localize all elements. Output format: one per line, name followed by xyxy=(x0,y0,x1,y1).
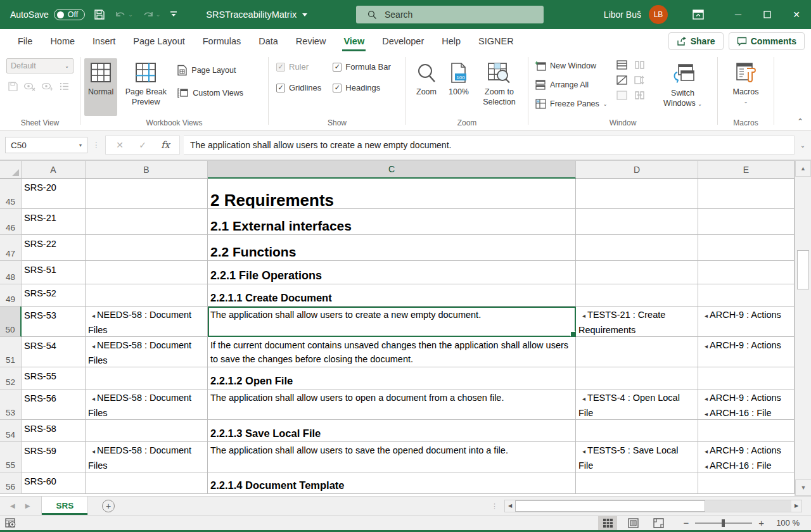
grid-cell-id[interactable]: SRS-20 xyxy=(22,179,86,209)
view-side-by-side-icon[interactable] xyxy=(634,60,646,70)
expand-formula-bar-icon[interactable]: ⌄ xyxy=(795,142,811,149)
vertical-scroll-thumb[interactable] xyxy=(797,250,809,289)
grid-cell-description[interactable]: 2.2.1.2 Open File xyxy=(208,367,576,390)
close-button[interactable]: ✕ xyxy=(782,0,811,29)
vertical-scrollbar[interactable]: ▲ ▼ xyxy=(795,160,811,496)
page-layout-view-button[interactable]: Page Layout xyxy=(174,63,246,77)
zoom-level[interactable]: 100 % xyxy=(770,518,800,528)
headings-checkbox[interactable]: ✓ Headings xyxy=(333,83,391,92)
customize-quick-access-icon[interactable] xyxy=(169,11,178,18)
cancel-entry-icon[interactable]: ✕ xyxy=(108,140,131,150)
grid-cell-description[interactable]: 2.2.1.4 Document Template xyxy=(208,472,576,494)
grid-cell-description[interactable]: 2.2.1.3 Save Local File xyxy=(208,420,576,442)
scroll-left-icon[interactable]: ◀ xyxy=(505,500,515,512)
zoom-out-icon[interactable]: − xyxy=(683,517,689,528)
grid-cell[interactable] xyxy=(698,472,795,494)
save-icon[interactable] xyxy=(94,9,105,20)
exit-sheet-view-icon[interactable] xyxy=(23,81,36,92)
tab-home[interactable]: Home xyxy=(41,29,84,53)
sheet-tab-srs[interactable]: SRS xyxy=(41,497,88,515)
grid-cell-id[interactable]: SRS-21 xyxy=(22,209,86,235)
grid-cell[interactable] xyxy=(86,472,208,494)
hide-window-icon[interactable] xyxy=(616,75,627,85)
sheet-view-dropdown[interactable]: Default ⌄ xyxy=(6,58,73,73)
horizontal-scrollbar[interactable]: ◀ ▶ xyxy=(504,500,802,512)
select-all-corner[interactable] xyxy=(0,161,22,179)
column-header-a[interactable]: A xyxy=(22,161,86,179)
comments-button[interactable]: Comments xyxy=(729,32,805,50)
macros-button[interactable]: Macros ⌄ xyxy=(729,58,763,116)
user-name[interactable]: Libor Buš xyxy=(604,10,641,20)
tab-file[interactable]: File xyxy=(9,29,41,53)
grid-cell-id[interactable]: SRS-55 xyxy=(22,367,86,390)
scroll-right-icon[interactable]: ▶ xyxy=(791,500,801,512)
scroll-down-icon[interactable]: ▼ xyxy=(795,479,811,496)
page-break-preview-status-button[interactable] xyxy=(649,516,668,530)
grid-cell[interactable] xyxy=(86,367,208,390)
reset-window-position-icon[interactable] xyxy=(634,91,646,100)
tab-formulas[interactable]: Formulas xyxy=(194,29,250,53)
minimize-button[interactable]: ─ xyxy=(724,0,753,29)
zoom-100-button[interactable]: 100 100% xyxy=(444,58,473,116)
split-icon[interactable] xyxy=(616,60,627,70)
grid-cell[interactable]: ◂TESTS-21 : Create Requirements xyxy=(576,307,698,337)
new-sheet-button[interactable]: + xyxy=(102,500,115,512)
formula-input[interactable]: The application shall allow users to cre… xyxy=(184,136,795,155)
name-box-dropdown-icon[interactable]: ▾ xyxy=(79,142,82,148)
row-header-49[interactable]: 49 xyxy=(0,284,22,307)
switch-windows-button[interactable]: SwitchWindows ⌄ xyxy=(658,60,708,116)
grid-cell-description[interactable]: If the current document contains unsaved… xyxy=(208,337,576,367)
zoom-slider[interactable] xyxy=(695,522,752,524)
zoom-in-icon[interactable]: + xyxy=(758,517,764,528)
next-sheet-icon[interactable]: ▶ xyxy=(25,502,30,509)
column-header-c[interactable]: C xyxy=(208,161,576,179)
scrollbar-resize-dots[interactable]: ⋮ xyxy=(491,505,498,507)
unhide-window-icon[interactable] xyxy=(616,91,627,100)
normal-view-button[interactable]: Normal xyxy=(84,58,117,116)
sheet-view-options-icon[interactable] xyxy=(59,81,70,92)
grid-cell[interactable] xyxy=(698,261,795,284)
scroll-up-icon[interactable]: ▲ xyxy=(795,160,811,177)
grid-cell[interactable] xyxy=(698,420,795,442)
grid-cell[interactable] xyxy=(698,367,795,390)
formula-bar-checkbox[interactable]: ✓ Formula Bar xyxy=(333,62,391,72)
keep-sheet-view-icon[interactable] xyxy=(8,81,18,92)
grid-cell[interactable] xyxy=(576,209,698,235)
row-header-46[interactable]: 46 xyxy=(0,209,22,235)
new-window-button[interactable]: New Window xyxy=(532,60,610,72)
confirm-entry-icon[interactable]: ✓ xyxy=(131,140,154,150)
grid-cell[interactable] xyxy=(698,179,795,209)
share-button[interactable]: Share xyxy=(668,32,724,50)
undo-icon[interactable]: ⌄ xyxy=(114,10,133,20)
grid-cell-description[interactable]: 2.2.1.1 Create Document xyxy=(208,284,576,307)
grid-cell-id[interactable]: SRS-52 xyxy=(22,284,86,307)
search-input[interactable]: Search xyxy=(356,6,544,23)
grid-cell[interactable] xyxy=(698,235,795,261)
tab-data[interactable]: Data xyxy=(250,29,287,53)
grid-cell-description[interactable]: 2 Requirements xyxy=(208,179,576,209)
tab-developer[interactable]: Developer xyxy=(373,29,433,53)
grid-cell[interactable] xyxy=(698,284,795,307)
column-header-d[interactable]: D xyxy=(576,161,698,179)
grid-cell-id[interactable]: SRS-59 xyxy=(22,442,86,472)
grid-cell[interactable]: ◂NEEDS-58 : Document Files xyxy=(86,307,208,337)
column-header-e[interactable]: E xyxy=(698,161,795,179)
row-header-52[interactable]: 52 xyxy=(0,367,22,390)
row-header-54[interactable]: 54 xyxy=(0,420,22,442)
row-header-53[interactable]: 53 xyxy=(0,390,22,420)
grid-cell[interactable] xyxy=(576,235,698,261)
grid-cell[interactable]: ◂ARCH-9 : Actions xyxy=(698,307,795,337)
grid-cell-id[interactable]: SRS-56 xyxy=(22,390,86,420)
column-header-b[interactable]: B xyxy=(86,161,208,179)
grid-cell[interactable] xyxy=(576,179,698,209)
autosave-control[interactable]: AutoSave Off xyxy=(10,9,85,20)
grid-cell-description[interactable]: 2.2.1 File Operations xyxy=(208,261,576,284)
row-header-45[interactable]: 45 xyxy=(0,179,22,209)
tab-signer[interactable]: SIGNER xyxy=(469,29,523,53)
grid-cell-id[interactable]: SRS-51 xyxy=(22,261,86,284)
redo-icon[interactable]: ⌄ xyxy=(142,10,161,20)
document-title[interactable]: SRSTraceabilityMatrix xyxy=(206,10,308,20)
grid-cell[interactable] xyxy=(576,337,698,367)
grid-cell[interactable] xyxy=(86,209,208,235)
grid-cell-id[interactable]: SRS-53 xyxy=(22,307,86,337)
